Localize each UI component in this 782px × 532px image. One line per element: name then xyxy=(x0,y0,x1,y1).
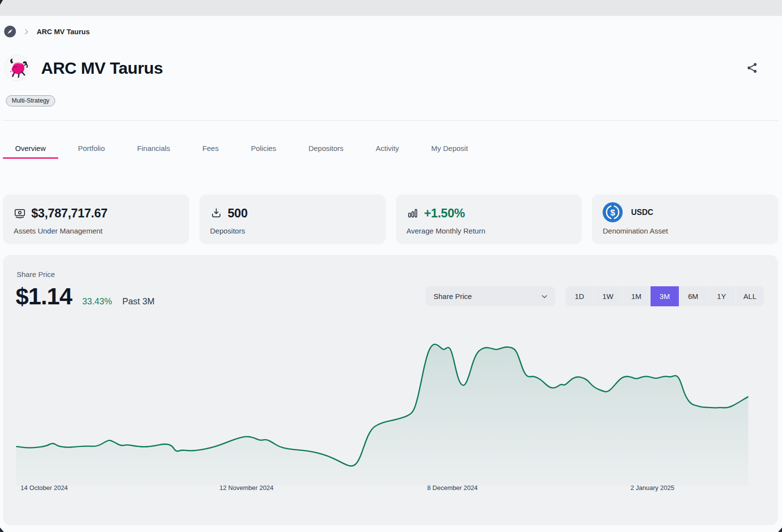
banknote-icon xyxy=(14,207,26,219)
screen-corner-artifact xyxy=(778,527,782,532)
x-tick-label: 14 October 2024 xyxy=(21,484,68,491)
page-title: ARC MV Taurus xyxy=(41,59,163,78)
bull-logo xyxy=(4,55,30,81)
stat-value-return: +1.50% xyxy=(424,206,465,220)
range-1w[interactable]: 1W xyxy=(594,286,622,306)
time-range-group: 1D 1W 1M 3M 6M 1Y ALL xyxy=(565,286,764,306)
tab-fees[interactable]: Fees xyxy=(190,121,231,159)
stat-label-aum: Assets Under Management xyxy=(14,227,178,235)
fund-header: ARC MV Taurus xyxy=(4,55,759,81)
chevron-down-icon xyxy=(541,293,548,300)
x-tick-label: 12 November 2024 xyxy=(219,484,274,491)
tab-financials[interactable]: Financials xyxy=(125,121,183,159)
x-axis: 14 October 2024 12 November 2024 8 Decem… xyxy=(3,484,778,492)
range-1y[interactable]: 1Y xyxy=(708,286,736,306)
svg-text:$: $ xyxy=(610,208,615,217)
share-price-value: $1.14 xyxy=(16,283,72,310)
strategy-badge: Multi-Strategy xyxy=(6,95,55,106)
price-change-pct: 33.43% xyxy=(82,297,112,307)
stat-card-aum: $3,787,717.67 Assets Under Management xyxy=(3,194,189,244)
stats-row: $3,787,717.67 Assets Under Management 50… xyxy=(3,194,778,244)
stat-value-depositors: 500 xyxy=(228,206,248,220)
stat-label-return: Average Monthly Return xyxy=(407,227,571,235)
tab-overview[interactable]: Overview xyxy=(3,121,58,159)
fund-overview-page: ARC MV Taurus ARC MV Taurus xyxy=(0,0,782,532)
share-icon[interactable] xyxy=(746,62,759,74)
stat-card-return: +1.50% Average Monthly Return xyxy=(396,194,582,244)
tab-policies[interactable]: Policies xyxy=(239,121,288,159)
share-price-chart[interactable] xyxy=(16,320,748,486)
x-tick-label: 8 December 2024 xyxy=(427,484,478,491)
chevron-right-icon xyxy=(22,28,30,36)
window-top-bar xyxy=(0,0,782,16)
range-all[interactable]: ALL xyxy=(736,286,764,306)
tray-arrow-down-icon xyxy=(210,207,222,219)
tab-portfolio[interactable]: Portfolio xyxy=(66,121,117,159)
range-3m[interactable]: 3M xyxy=(651,286,678,306)
bar-chart-icon xyxy=(407,207,419,219)
stat-card-depositors: 500 Depositors xyxy=(199,194,386,244)
usdc-icon: $ xyxy=(603,202,623,222)
chart-area-fill xyxy=(16,344,748,486)
metric-label: Share Price xyxy=(17,270,55,278)
breadcrumb-current[interactable]: ARC MV Taurus xyxy=(37,28,90,36)
share-price-card: Share Price $1.14 33.43% Past 3M Share P… xyxy=(3,255,778,525)
price-row: $1.14 33.43% Past 3M xyxy=(16,283,154,310)
tab-my-deposit[interactable]: My Deposit xyxy=(419,121,480,159)
price-period-label: Past 3M xyxy=(122,297,154,307)
metric-dropdown-value: Share Price xyxy=(434,292,472,300)
tab-depositors[interactable]: Depositors xyxy=(296,121,356,159)
stat-label-depositors: Depositors xyxy=(210,227,375,235)
stat-value-denomination: USDC xyxy=(631,208,653,217)
range-6m[interactable]: 6M xyxy=(679,286,707,306)
x-tick-label: 2 January 2025 xyxy=(630,484,674,491)
compass-icon[interactable] xyxy=(4,25,16,38)
range-1d[interactable]: 1D xyxy=(565,286,593,306)
stat-value-aum: $3,787,717.67 xyxy=(31,206,108,220)
tab-activity[interactable]: Activity xyxy=(364,121,412,159)
range-1m[interactable]: 1M xyxy=(622,286,650,306)
fund-tabs: Overview Portfolio Financials Fees Polic… xyxy=(3,121,480,159)
screen-corner-artifact xyxy=(0,527,4,532)
stat-card-denomination: $ USDC Denomination Asset xyxy=(592,194,778,244)
breadcrumb: ARC MV Taurus xyxy=(4,25,90,38)
metric-dropdown[interactable]: Share Price xyxy=(426,286,555,306)
stat-label-denomination: Denomination Asset xyxy=(603,227,767,235)
